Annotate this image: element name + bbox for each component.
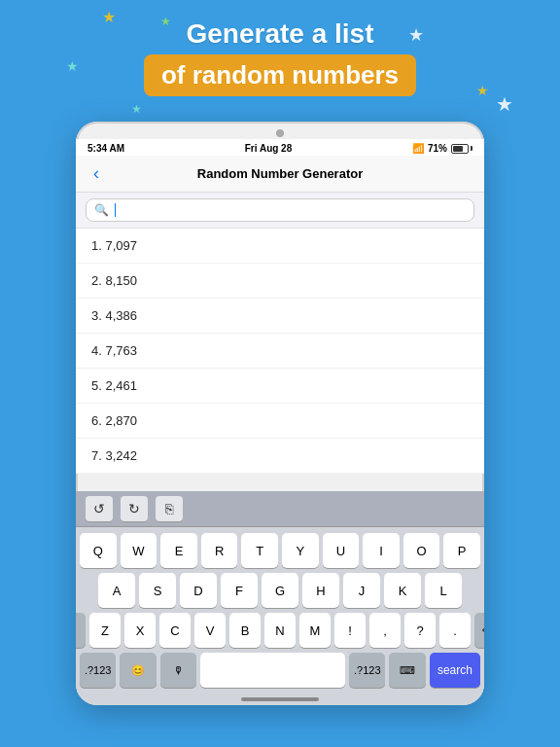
keyboard-key[interactable]: O	[403, 533, 440, 568]
battery-icon	[451, 144, 472, 154]
status-bar: 5:34 AM Fri Aug 28 📶 71%	[76, 139, 484, 156]
numbers-key[interactable]: .?123	[80, 653, 116, 688]
keyboard-key[interactable]: H	[302, 573, 339, 608]
status-date: Fri Aug 28	[245, 143, 293, 154]
list-item: 3. 4,386	[76, 299, 484, 334]
camera-dot	[276, 129, 284, 137]
header-subtitle-box: of random numbers	[144, 54, 416, 96]
list-item: 7. 3,242	[76, 439, 484, 474]
keyboard-key[interactable]: X	[124, 613, 156, 648]
header-subtitle-text: of random numbers	[161, 60, 399, 89]
bottom-bar	[76, 692, 484, 705]
emoji-key[interactable]: 😊	[120, 653, 156, 688]
key-row-2: ASDFGHJKL	[80, 573, 480, 608]
space-key[interactable]	[200, 653, 345, 688]
keyboard-key[interactable]: K	[384, 573, 421, 608]
nav-title: Random Number Generator	[197, 166, 363, 181]
numbers-key-right[interactable]: .?123	[349, 653, 385, 688]
keyboard-key[interactable]: I	[363, 533, 400, 568]
header-title-line1: Generate a list	[0, 18, 560, 51]
list-item: 6. 2,870	[76, 404, 484, 439]
delete-key[interactable]: ⌫	[474, 613, 484, 648]
keyboard-key[interactable]: P	[443, 533, 480, 568]
search-cursor	[115, 203, 116, 217]
toolbar-button[interactable]: ↻	[121, 496, 148, 521]
keyboard-key[interactable]: D	[180, 573, 217, 608]
list-item: 2. 8,150	[76, 264, 484, 299]
keyboard-key[interactable]: R	[201, 533, 238, 568]
mic-key[interactable]: 🎙	[160, 653, 196, 688]
wifi-icon: 📶	[412, 143, 424, 154]
keyboard-key[interactable]: ?	[404, 613, 436, 648]
status-time: 5:34 AM	[88, 143, 124, 154]
header-area: Generate a list of random numbers	[0, 0, 560, 96]
status-right: 📶 71%	[412, 143, 472, 154]
keyboard-key[interactable]: V	[194, 613, 226, 648]
back-button[interactable]: ‹	[88, 161, 105, 186]
keyboard-key-icon[interactable]: ⌨	[389, 653, 425, 688]
list-item: 4. 7,763	[76, 334, 484, 369]
keyboard-toolbar: ↺↻⎘	[76, 491, 484, 527]
list-area: 1. 7,0972. 8,1503. 4,3864. 7,7635. 2,461…	[76, 229, 484, 474]
keyboard-key[interactable]: S	[139, 573, 176, 608]
keyboard-key[interactable]: !	[334, 613, 366, 648]
toolbar-button[interactable]: ↺	[86, 496, 113, 521]
keyboard-key[interactable]: W	[121, 533, 158, 568]
list-item: 5. 2,461	[76, 369, 484, 404]
keyboard-key[interactable]: Z	[89, 613, 121, 648]
keyboard-key[interactable]: E	[160, 533, 197, 568]
keyboard-key[interactable]: F	[221, 573, 258, 608]
toolbar-button[interactable]: ⎘	[156, 496, 183, 521]
home-indicator	[241, 697, 319, 701]
keyboard-key[interactable]: ,	[369, 613, 401, 648]
key-row-1: QWERTYUIOP	[80, 533, 480, 568]
keyboard-rows: QWERTYUIOP ASDFGHJKL ⇧ZXCVBNM!,?.⌫ .?123…	[76, 527, 484, 692]
shift-key[interactable]: ⇧	[76, 613, 86, 648]
star-decoration: ★	[496, 92, 513, 116]
keyboard-key[interactable]: B	[229, 613, 261, 648]
search-key[interactable]: search	[430, 653, 480, 688]
keyboard-key[interactable]: T	[241, 533, 278, 568]
star-decoration: ★	[131, 102, 142, 116]
search-bar[interactable]: 🔍	[86, 198, 474, 222]
search-icon: 🔍	[94, 203, 109, 217]
keyboard-key[interactable]: Q	[80, 533, 117, 568]
key-row-3: ⇧ZXCVBNM!,?.⌫	[80, 613, 480, 648]
battery-percent: 71%	[428, 143, 447, 154]
keyboard-key[interactable]: J	[343, 573, 380, 608]
keyboard-key[interactable]: Y	[282, 533, 319, 568]
keyboard-key[interactable]: U	[323, 533, 360, 568]
search-bar-row: 🔍	[76, 193, 484, 229]
keyboard-key[interactable]: C	[159, 613, 191, 648]
device-frame: 5:34 AM Fri Aug 28 📶 71% ‹ Random Number…	[76, 122, 484, 705]
keyboard-key[interactable]: N	[264, 613, 296, 648]
app-content: 🔍 1. 7,0972. 8,1503. 4,3864. 7,7635. 2,4…	[76, 193, 484, 474]
keyboard-key[interactable]: L	[425, 573, 462, 608]
list-item: 1. 7,097	[76, 229, 484, 264]
key-row-4: .?123😊🎙 .?123⌨search	[80, 653, 480, 688]
nav-bar: ‹ Random Number Generator	[76, 156, 484, 193]
keyboard-key[interactable]: A	[98, 573, 135, 608]
keyboard-area: ↺↻⎘ QWERTYUIOP ASDFGHJKL ⇧ZXCVBNM!,?.⌫ .…	[76, 491, 484, 705]
keyboard-key[interactable]: .	[439, 613, 471, 648]
keyboard-key[interactable]: M	[299, 613, 331, 648]
keyboard-key[interactable]: G	[262, 573, 298, 608]
